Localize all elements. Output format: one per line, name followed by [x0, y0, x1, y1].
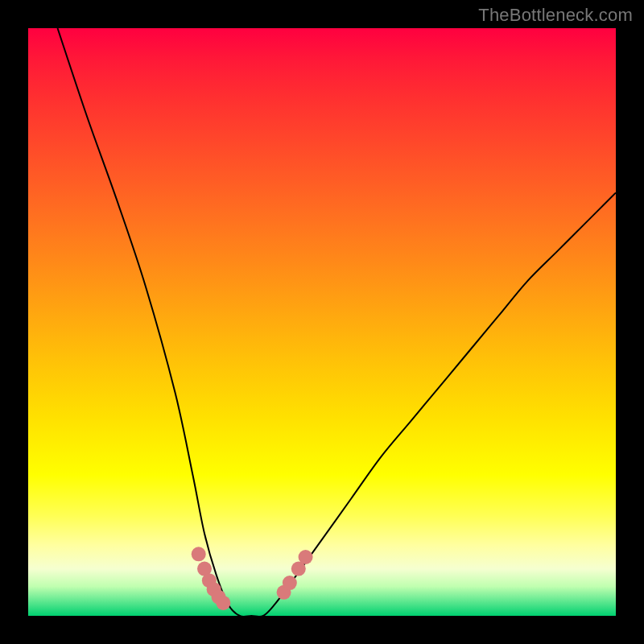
marker-dot	[283, 576, 297, 590]
marker-dot	[299, 550, 313, 564]
bottleneck-curve	[58, 28, 617, 617]
marker-group	[192, 547, 313, 610]
chart-frame: TheBottleneck.com	[0, 0, 644, 644]
marker-dot	[192, 547, 206, 561]
plot-area	[28, 28, 616, 616]
marker-dot	[216, 596, 230, 610]
chart-svg	[28, 28, 616, 616]
watermark-text: TheBottleneck.com	[478, 5, 633, 26]
